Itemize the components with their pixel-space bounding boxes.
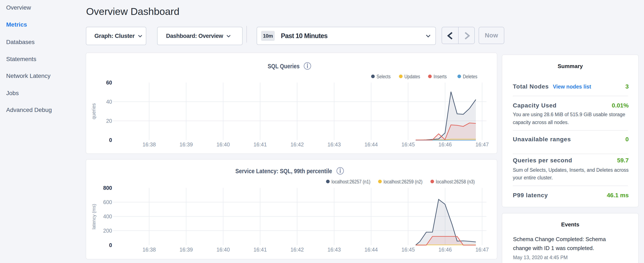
svg-text:60: 60: [106, 80, 112, 86]
svg-text:16:39: 16:39: [180, 141, 193, 147]
svg-text:SQL Queries: SQL Queries: [268, 63, 300, 70]
svg-text:localhost:26257 (n1): localhost:26257 (n1): [332, 179, 370, 184]
svg-text:Deletes: Deletes: [463, 74, 477, 79]
svg-text:16:39: 16:39: [180, 247, 193, 252]
svg-text:16:43: 16:43: [328, 141, 341, 147]
svg-text:800: 800: [103, 185, 112, 191]
svg-text:16:42: 16:42: [290, 247, 304, 252]
svg-text:0: 0: [109, 137, 112, 143]
svg-text:localhost:26258 (n3): localhost:26258 (n3): [436, 179, 475, 184]
svg-text:16:41: 16:41: [254, 141, 267, 147]
svg-text:localhost:26259 (n2): localhost:26259 (n2): [384, 179, 422, 184]
svg-text:16:38: 16:38: [142, 247, 156, 252]
svg-text:0: 0: [109, 242, 112, 248]
svg-text:16:46: 16:46: [438, 247, 452, 252]
svg-text:16:47: 16:47: [476, 247, 489, 252]
svg-text:16:46: 16:46: [438, 141, 452, 147]
svg-text:queries: queries: [91, 103, 96, 119]
svg-text:Updates: Updates: [404, 74, 420, 79]
svg-text:16:40: 16:40: [216, 247, 230, 252]
svg-text:16:41: 16:41: [254, 247, 267, 252]
svg-text:Inserts: Inserts: [434, 74, 447, 79]
svg-text:Service Latency: SQL, 99th per: Service Latency: SQL, 99th percentile: [235, 168, 332, 174]
svg-text:16:45: 16:45: [402, 141, 415, 147]
svg-text:20: 20: [106, 118, 112, 124]
svg-text:16:45: 16:45: [402, 247, 415, 252]
svg-text:16:44: 16:44: [364, 141, 378, 147]
svg-text:16:44: 16:44: [364, 247, 378, 252]
svg-text:16:43: 16:43: [328, 247, 341, 252]
svg-text:40: 40: [106, 99, 112, 105]
svg-text:latency (ms): latency (ms): [91, 204, 96, 229]
svg-text:16:40: 16:40: [216, 141, 230, 147]
svg-text:16:42: 16:42: [290, 141, 304, 147]
svg-text:200: 200: [103, 228, 112, 234]
svg-text:600: 600: [103, 199, 112, 205]
svg-text:16:47: 16:47: [476, 141, 489, 147]
svg-text:400: 400: [103, 213, 112, 219]
svg-text:16:38: 16:38: [142, 141, 156, 147]
svg-text:Selects: Selects: [376, 74, 390, 79]
